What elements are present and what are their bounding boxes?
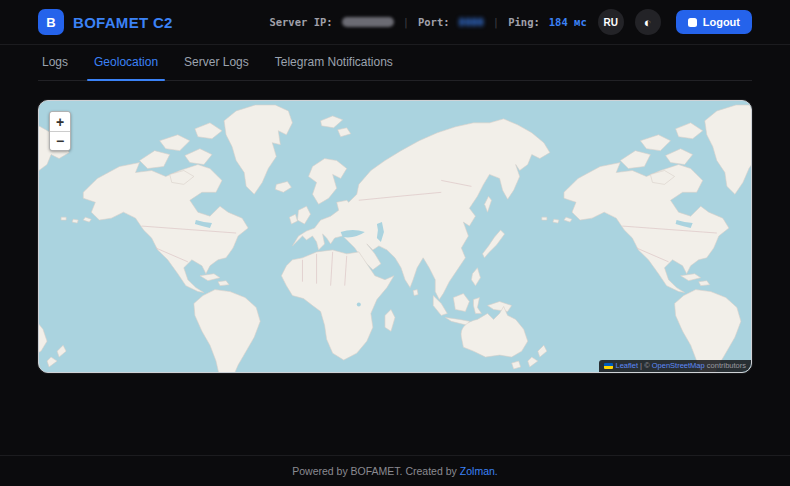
port-label: Port:: [418, 16, 450, 28]
zoom-out-button[interactable]: −: [50, 131, 70, 150]
tab-geolocation[interactable]: Geolocation: [94, 55, 158, 80]
brand: B BOFAMET C2: [38, 9, 173, 35]
lake-victoria: [357, 303, 361, 307]
logout-label: Logout: [703, 16, 740, 28]
footer: Powered by BOFAMET. Created by Zolman.: [0, 455, 790, 486]
theme-toggle-button[interactable]: ◐: [635, 9, 661, 35]
footer-author-link[interactable]: Zolman.: [460, 465, 498, 477]
server-ip-label: Server IP:: [269, 16, 332, 28]
logo-icon: B: [38, 9, 64, 35]
footer-text: Powered by BOFAMET. Created by: [292, 465, 457, 477]
language-button[interactable]: RU: [598, 9, 624, 35]
header: B BOFAMET C2 Server IP: | Port: 8080 | P…: [0, 0, 790, 45]
page-title: BOFAMET C2: [73, 14, 173, 31]
tab-bar: Logs Geolocation Server Logs Telegram No…: [38, 45, 752, 81]
ping-label: Ping:: [508, 16, 540, 28]
ping-value: 184 мс: [549, 16, 587, 28]
ukraine-flag-icon: [604, 363, 613, 369]
sri-lanka: [413, 290, 418, 296]
server-ip-hidden-value: [342, 17, 394, 27]
openstreetmap-link[interactable]: OpenStreetMap: [652, 361, 705, 370]
main-content: Logs Geolocation Server Logs Telegram No…: [38, 45, 752, 455]
logout-button[interactable]: Logout: [676, 10, 752, 34]
tab-server-logs[interactable]: Server Logs: [184, 55, 249, 80]
divider: |: [403, 16, 409, 28]
attribution-suffix: contributors: [705, 361, 746, 370]
map-attribution: Leaflet | © OpenStreetMap contributors: [599, 360, 752, 373]
server-info-strip: Server IP: | Port: 8080 | Ping: 184 мс R…: [269, 9, 752, 35]
zoom-in-button[interactable]: +: [50, 112, 70, 131]
tab-telegram-notifications[interactable]: Telegram Notifications: [275, 55, 393, 80]
logo-letter: B: [46, 15, 55, 30]
tab-logs[interactable]: Logs: [42, 55, 68, 80]
theme-contrast-icon: ◐: [644, 16, 652, 29]
attribution-separator: | ©: [638, 361, 652, 370]
port-value: 8080: [459, 16, 484, 28]
divider: |: [493, 16, 499, 28]
leaflet-link[interactable]: Leaflet: [616, 361, 639, 370]
geolocation-map[interactable]: + − Leaflet | © OpenStreetMap contributo…: [38, 100, 752, 373]
map-zoom-control: + −: [49, 111, 71, 151]
logout-icon: [688, 18, 697, 27]
world-map: [39, 101, 751, 372]
